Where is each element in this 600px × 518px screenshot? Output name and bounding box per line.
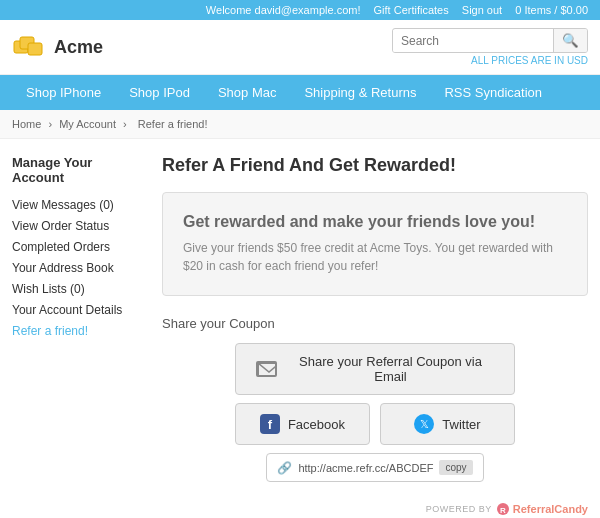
cart-link[interactable]: 0 Items / $0.00 [515, 4, 588, 16]
sidebar-messages[interactable]: View Messages (0) [12, 198, 114, 212]
svg-text:R: R [500, 506, 506, 515]
prices-note: ALL PRICES ARE IN USD [471, 55, 588, 66]
main-nav: Shop IPhone Shop IPod Shop Mac Shipping … [0, 75, 600, 110]
copy-button[interactable]: copy [439, 460, 472, 475]
twitter-label: Twitter [442, 417, 480, 432]
header: Acme 🔍 ALL PRICES ARE IN USD [0, 20, 600, 75]
sidebar-title: Manage Your Account [12, 155, 142, 185]
twitter-button[interactable]: 𝕏 Twitter [380, 403, 515, 445]
twitter-icon: 𝕏 [414, 414, 434, 434]
promo-text: Give your friends $50 free credit at Acm… [183, 239, 567, 275]
nav-shop-iphone[interactable]: Shop IPhone [12, 75, 115, 110]
gift-certificates-link[interactable]: Gift Certificates [374, 4, 449, 16]
breadcrumb-current: Refer a friend! [138, 118, 208, 130]
referralcandy-brand: ReferralCandy [513, 503, 588, 515]
share-label: Share your Coupon [162, 316, 588, 331]
social-row: f Facebook 𝕏 Twitter [235, 403, 515, 445]
powered-by: POWERED BY R ReferralCandy [162, 502, 588, 516]
logo: Acme [12, 33, 103, 61]
facebook-button[interactable]: f Facebook [235, 403, 370, 445]
sidebar-completed[interactable]: Completed Orders [12, 240, 110, 254]
share-email-label: Share your Referral Coupon via Email [287, 354, 494, 384]
sidebar-menu: View Messages (0) View Order Status Comp… [12, 197, 142, 338]
list-item: Wish Lists (0) [12, 281, 142, 296]
refer-content: Refer A Friend And Get Rewarded! Get rew… [162, 155, 588, 516]
referral-link-box: 🔗 http://acme.refr.cc/ABCDEF copy [266, 453, 483, 482]
logo-icon [12, 33, 48, 61]
referralcandy-logo: R ReferralCandy [496, 502, 588, 516]
nav-shipping[interactable]: Shipping & Returns [290, 75, 430, 110]
breadcrumb-sep2: › [123, 118, 130, 130]
link-icon: 🔗 [277, 461, 292, 475]
share-buttons: Share your Referral Coupon via Email f F… [162, 343, 588, 482]
search-box[interactable]: 🔍 [392, 28, 588, 53]
sidebar-orders[interactable]: View Order Status [12, 219, 109, 233]
logo-text: Acme [54, 37, 103, 58]
search-button[interactable]: 🔍 [553, 29, 587, 52]
list-item: Completed Orders [12, 239, 142, 254]
sidebar-refer[interactable]: Refer a friend! [12, 324, 88, 338]
breadcrumb: Home › My Account › Refer a friend! [0, 110, 600, 139]
welcome-text: Welcome david@example.com! [206, 4, 361, 16]
page-title: Refer A Friend And Get Rewarded! [162, 155, 588, 176]
email-icon [256, 361, 277, 377]
nav-rss[interactable]: RSS Syndication [430, 75, 556, 110]
main-content: Manage Your Account View Messages (0) Vi… [0, 139, 600, 518]
facebook-label: Facebook [288, 417, 345, 432]
referral-url: http://acme.refr.cc/ABCDEF [298, 462, 433, 474]
list-item: View Order Status [12, 218, 142, 233]
breadcrumb-sep1: › [48, 118, 55, 130]
list-item: View Messages (0) [12, 197, 142, 212]
header-right: 🔍 ALL PRICES ARE IN USD [392, 28, 588, 66]
powered-by-label: POWERED BY [426, 504, 492, 514]
list-item: Your Address Book [12, 260, 142, 275]
sidebar: Manage Your Account View Messages (0) Vi… [12, 155, 142, 516]
sidebar-account-details[interactable]: Your Account Details [12, 303, 122, 317]
svg-rect-2 [28, 43, 42, 55]
sign-out-link[interactable]: Sign out [462, 4, 502, 16]
sidebar-wishlists[interactable]: Wish Lists (0) [12, 282, 85, 296]
breadcrumb-myaccount[interactable]: My Account [59, 118, 116, 130]
share-email-button[interactable]: Share your Referral Coupon via Email [235, 343, 515, 395]
list-item: Refer a friend! [12, 323, 142, 338]
list-item: Your Account Details [12, 302, 142, 317]
sidebar-address[interactable]: Your Address Book [12, 261, 114, 275]
breadcrumb-home[interactable]: Home [12, 118, 41, 130]
search-input[interactable] [393, 30, 553, 52]
facebook-icon: f [260, 414, 280, 434]
nav-shop-mac[interactable]: Shop Mac [204, 75, 291, 110]
promo-box: Get rewarded and make your friends love … [162, 192, 588, 296]
promo-heading: Get rewarded and make your friends love … [183, 213, 567, 231]
nav-shop-ipod[interactable]: Shop IPod [115, 75, 204, 110]
top-bar: Welcome david@example.com! Gift Certific… [0, 0, 600, 20]
